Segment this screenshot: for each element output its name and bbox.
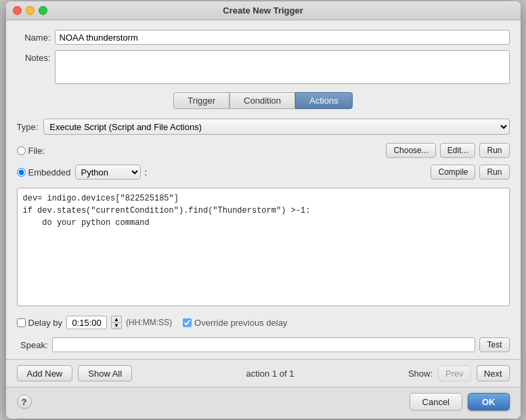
speak-row: Speak: Test xyxy=(17,337,510,352)
colon-label: : xyxy=(145,167,148,177)
file-radio[interactable] xyxy=(17,146,26,155)
help-button[interactable]: ? xyxy=(17,394,32,409)
embedded-row: Embedded Python AppleScript Shell Script… xyxy=(17,165,510,180)
name-input[interactable] xyxy=(55,30,510,45)
title-bar: Create New Trigger xyxy=(6,1,521,20)
choose-button[interactable]: Choose... xyxy=(386,143,435,158)
override-label[interactable]: Override previous delay xyxy=(183,318,287,328)
show-all-button[interactable]: Show All xyxy=(78,365,132,381)
delay-checkbox[interactable] xyxy=(17,318,26,327)
add-new-button[interactable]: Add New xyxy=(17,365,73,381)
ok-button[interactable]: OK xyxy=(468,393,510,411)
edit-button[interactable]: Edit... xyxy=(440,143,476,158)
override-text: Override previous delay xyxy=(194,318,287,328)
delay-input[interactable] xyxy=(66,316,107,329)
language-select[interactable]: Python AppleScript Shell Script xyxy=(75,165,141,180)
stepper-up[interactable]: ▲ xyxy=(111,316,122,322)
stepper-down[interactable]: ▼ xyxy=(111,322,122,329)
traffic-lights xyxy=(13,6,47,15)
notes-label: Notes: xyxy=(17,53,51,63)
type-label: Type: xyxy=(17,122,39,132)
next-button[interactable]: Next xyxy=(477,365,510,381)
footer: ? Cancel OK xyxy=(6,387,521,419)
prev-button[interactable]: Prev xyxy=(438,365,471,381)
action-count: action 1 of 1 xyxy=(137,369,403,379)
format-label: (HH:MM:SS) xyxy=(126,318,172,327)
override-checkbox[interactable] xyxy=(183,318,192,327)
file-label: File: xyxy=(28,146,45,156)
embedded-radio-label[interactable]: Embedded xyxy=(17,167,71,177)
bottom-toolbar: Add New Show All action 1 of 1 Show: Pre… xyxy=(6,359,521,387)
code-editor[interactable]: dev= indigo.devices["822525185"] if dev.… xyxy=(17,188,510,306)
run-button-file[interactable]: Run xyxy=(479,143,509,158)
speak-input[interactable] xyxy=(52,337,476,352)
notes-row: Notes: xyxy=(17,50,510,84)
minimize-button[interactable] xyxy=(26,6,35,15)
delay-checkbox-label[interactable]: Delay by xyxy=(17,318,63,328)
delay-stepper[interactable]: ▲ ▼ xyxy=(111,316,122,329)
run-button-embedded[interactable]: Run xyxy=(479,165,509,180)
speak-label: Speak: xyxy=(17,340,48,350)
delay-label: Delay by xyxy=(28,318,63,328)
show-label: Show: xyxy=(408,369,433,379)
embedded-label: Embedded xyxy=(28,167,71,177)
tab-actions[interactable]: Actions xyxy=(295,92,353,109)
notes-input[interactable] xyxy=(55,50,510,84)
maximize-button[interactable] xyxy=(39,6,47,15)
test-button[interactable]: Test xyxy=(479,337,509,352)
cancel-button[interactable]: Cancel xyxy=(410,393,462,411)
name-label: Name: xyxy=(17,33,51,43)
delay-row: Delay by ▲ ▼ (HH:MM:SS) Override previou… xyxy=(17,316,510,329)
tab-condition[interactable]: Condition xyxy=(229,92,295,109)
type-select[interactable]: Execute Script (Script and File Actions) xyxy=(43,119,509,135)
file-row: File: Choose... Edit... Run xyxy=(17,143,510,158)
file-radio-label[interactable]: File: xyxy=(17,146,71,156)
name-row: Name: xyxy=(17,30,510,45)
compile-button[interactable]: Compile xyxy=(431,165,475,180)
main-window: Create New Trigger Name: Notes: Trigger … xyxy=(6,1,521,419)
close-button[interactable] xyxy=(13,6,22,15)
type-row: Type: Execute Script (Script and File Ac… xyxy=(17,119,510,135)
embedded-radio[interactable] xyxy=(17,168,26,177)
window-title: Create New Trigger xyxy=(223,5,303,16)
tab-trigger[interactable]: Trigger xyxy=(173,92,229,109)
content-area: Name: Notes: Trigger Condition Actions T… xyxy=(6,20,521,359)
tabs-row: Trigger Condition Actions xyxy=(17,92,510,109)
